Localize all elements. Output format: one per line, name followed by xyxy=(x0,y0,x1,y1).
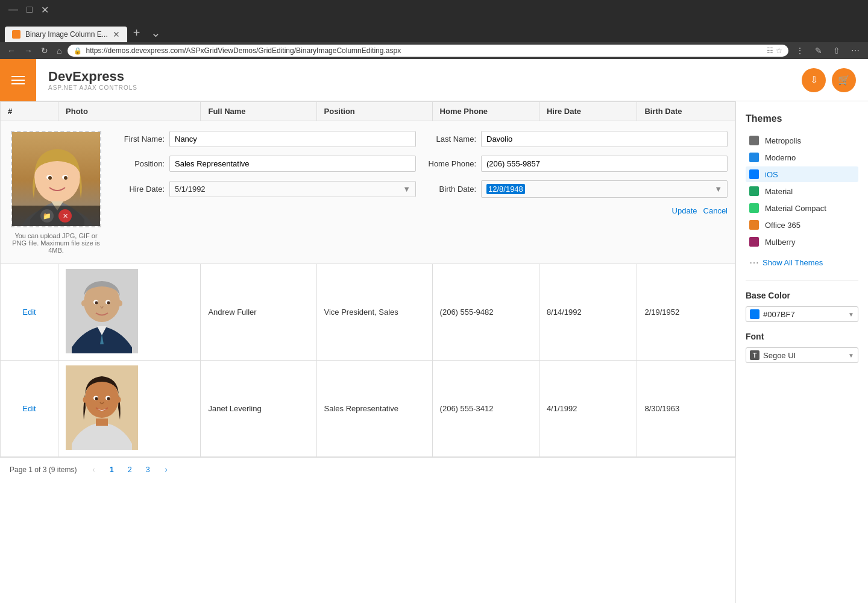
font-dropdown-icon[interactable]: ▼ xyxy=(848,352,854,359)
row-homephone-cell: (206) 555-3412 xyxy=(432,361,539,457)
photo-container: 📁 ✕ xyxy=(11,131,101,227)
birth-date-group: Birth Date: 12/8/1948 ▼ xyxy=(428,180,728,198)
page-3-button[interactable]: 3 xyxy=(140,463,155,477)
table-row: Edit xyxy=(1,264,735,361)
show-all-themes-link[interactable]: ⋯ Show All Themes xyxy=(746,254,858,271)
last-name-input[interactable] xyxy=(481,131,728,147)
theme-item-material-compact[interactable]: Material Compact xyxy=(746,200,858,216)
forward-button[interactable]: → xyxy=(22,45,35,57)
base-color-dropdown-icon[interactable]: ▼ xyxy=(848,311,854,318)
font-input[interactable]: T Segoe UI ▼ xyxy=(746,347,858,363)
material-compact-label: Material Compact xyxy=(765,204,826,213)
hamburger-line-1 xyxy=(11,76,25,77)
theme-item-mulberry[interactable]: Mulberry xyxy=(746,234,858,250)
prev-page-button[interactable]: ‹ xyxy=(86,463,101,477)
page-1-button[interactable]: 1 xyxy=(104,463,119,477)
bookmark-icon[interactable]: ☆ xyxy=(776,46,782,55)
birth-date-value: 12/8/1948 xyxy=(486,184,525,194)
update-button[interactable]: Update xyxy=(672,206,697,215)
birth-date-label: Birth Date: xyxy=(428,185,476,194)
theme-item-ios[interactable]: iOS xyxy=(746,166,858,182)
svg-point-20 xyxy=(95,397,98,400)
row-fullname-cell: Janet Leverling xyxy=(201,361,316,457)
show-all-themes-label: Show All Themes xyxy=(763,258,823,267)
edit-link-andrew[interactable]: Edit xyxy=(22,308,36,317)
address-bar[interactable]: 🔒 https://demos.devexpress.com/ASPxGridV… xyxy=(68,45,788,57)
browser-tab[interactable]: Binary Image Column E... ✕ xyxy=(5,27,127,42)
col-header-fullname: Full Name xyxy=(201,102,316,121)
font-icon: T xyxy=(750,350,760,360)
hire-date-picker[interactable]: 5/1/1992 ▼ xyxy=(169,181,416,197)
window-controls[interactable]: — □ ✕ xyxy=(5,4,52,16)
table-row: Edit xyxy=(1,361,735,457)
hamburger-line-3 xyxy=(11,83,25,84)
ellipsis-icon: ⋯ xyxy=(749,257,759,268)
svg-point-22 xyxy=(83,397,87,403)
svg-point-6 xyxy=(64,176,68,180)
svg-point-14 xyxy=(118,300,122,306)
cart-button[interactable]: 🛒 xyxy=(832,68,856,92)
maximize-button[interactable]: □ xyxy=(23,4,36,15)
theme-item-metropolis[interactable]: Metropolis xyxy=(746,133,858,148)
col-header-position: Position xyxy=(316,102,432,121)
page-2-button[interactable]: 2 xyxy=(122,463,137,477)
download-button[interactable]: ⇩ xyxy=(802,68,826,92)
row-fullname-cell: Andrew Fuller xyxy=(201,264,316,361)
hire-date-value: 5/1/1992 xyxy=(175,185,206,194)
hire-date-label: Hire Date: xyxy=(116,185,165,194)
hire-date-group: Hire Date: 5/1/1992 ▼ xyxy=(116,180,416,198)
col-header-homephone: Home Phone xyxy=(432,102,539,121)
row-birthdate-cell: 8/30/1963 xyxy=(637,361,735,457)
home-phone-input[interactable] xyxy=(481,156,728,172)
svg-point-11 xyxy=(95,302,98,305)
office365-label: Office 365 xyxy=(765,221,800,230)
browser-top-bar: — □ ✕ xyxy=(0,0,868,19)
base-color-section: Base Color #007BF7 ▼ xyxy=(746,291,858,322)
row-birthdate-cell: 2/19/1952 xyxy=(637,264,735,361)
upload-photo-button[interactable]: 📁 xyxy=(40,209,54,223)
next-page-button[interactable]: › xyxy=(159,463,173,477)
cancel-button[interactable]: Cancel xyxy=(703,206,728,215)
data-grid: # Photo Full Name Position Home Phone Hi… xyxy=(0,101,735,457)
more-icon[interactable]: ⋯ xyxy=(848,45,863,57)
tab-overflow-button[interactable]: ⌄ xyxy=(146,25,166,40)
form-fields: First Name: Last Name: xyxy=(116,131,728,254)
reload-button[interactable]: ↻ xyxy=(39,45,51,57)
row-position-cell: Sales Representative xyxy=(316,361,432,457)
svg-point-23 xyxy=(117,397,121,403)
share-icon[interactable]: ⇧ xyxy=(829,45,844,57)
edit-link-janet[interactable]: Edit xyxy=(22,404,36,413)
back-button[interactable]: ← xyxy=(5,45,18,57)
theme-item-moderno[interactable]: Moderno xyxy=(746,150,858,165)
tab-favicon xyxy=(12,30,20,39)
last-name-label: Last Name: xyxy=(428,134,476,144)
tab-close-icon[interactable]: ✕ xyxy=(113,30,120,39)
delete-photo-button[interactable]: ✕ xyxy=(58,209,72,223)
mulberry-color-swatch xyxy=(749,237,759,247)
address-text: https://demos.devexpress.com/ASPxGridVie… xyxy=(86,46,401,55)
pagination-bar: Page 1 of 3 (9 items) ‹ 1 2 3 › xyxy=(0,457,735,482)
reader-icon[interactable]: ☷ xyxy=(767,46,773,55)
home-button[interactable]: ⌂ xyxy=(54,45,64,57)
svg-point-13 xyxy=(81,300,86,306)
hamburger-button[interactable] xyxy=(0,59,36,101)
theme-item-material[interactable]: Material xyxy=(746,183,858,199)
theme-item-office365[interactable]: Office 365 xyxy=(746,217,858,233)
col-header-birthdate: Birth Date xyxy=(637,102,735,121)
position-input[interactable] xyxy=(169,156,416,172)
material-label: Material xyxy=(765,187,793,196)
hire-date-dropdown-icon: ▼ xyxy=(403,185,410,194)
new-tab-button[interactable]: + xyxy=(128,26,145,40)
edit-form: 📁 ✕ You can upload JPG, GIF or PNG file.… xyxy=(8,131,728,254)
close-button[interactable]: ✕ xyxy=(37,4,52,16)
office365-color-swatch xyxy=(749,220,759,230)
base-color-value: #007BF7 xyxy=(763,310,844,319)
first-name-input[interactable] xyxy=(169,131,416,147)
themes-list: Metropolis Moderno iOS Material Material… xyxy=(746,133,858,250)
minimize-button[interactable]: — xyxy=(5,4,22,15)
janet-photo xyxy=(66,365,138,450)
share-hub-icon[interactable]: ⋮ xyxy=(792,45,808,57)
base-color-input[interactable]: #007BF7 ▼ xyxy=(746,306,858,322)
birth-date-picker[interactable]: 12/8/1948 ▼ xyxy=(481,180,728,198)
pen-icon[interactable]: ✎ xyxy=(811,45,826,57)
